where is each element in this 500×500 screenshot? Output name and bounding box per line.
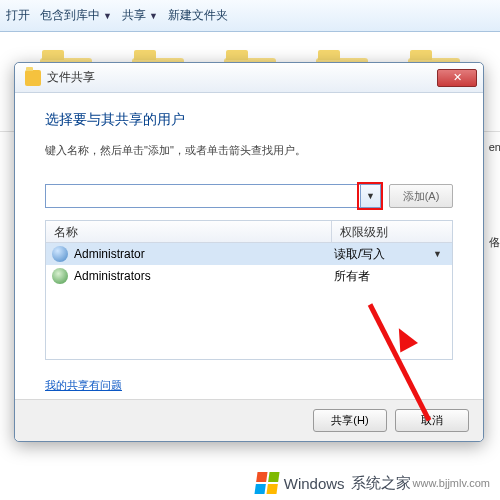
- dialog-heading: 选择要与其共享的用户: [45, 111, 453, 129]
- combobox-dropdown-button[interactable]: ▼: [360, 185, 380, 207]
- user-icon: [52, 246, 68, 262]
- row-username: Administrator: [74, 247, 334, 261]
- column-name[interactable]: 名称: [46, 221, 332, 242]
- watermark-site: 系统之家: [351, 474, 411, 493]
- row-permission[interactable]: 读取/写入 ▼: [334, 246, 446, 263]
- windows-logo-icon: [254, 472, 279, 494]
- group-icon: [52, 268, 68, 284]
- clipped-labels: en 佫: [488, 140, 500, 331]
- chevron-down-icon: ▼: [149, 11, 158, 21]
- chevron-down-icon: ▼: [433, 249, 442, 259]
- user-input[interactable]: [46, 185, 360, 207]
- chevron-down-icon: ▼: [366, 191, 375, 201]
- row-username: Administrators: [74, 269, 334, 283]
- list-row[interactable]: Administrator 读取/写入 ▼: [46, 243, 452, 265]
- row-permission[interactable]: 所有者: [334, 268, 446, 285]
- cancel-button[interactable]: 取消: [395, 409, 469, 432]
- toolbar-open[interactable]: 打开: [6, 7, 30, 24]
- watermark-url: www.bjjmlv.com: [413, 477, 490, 489]
- dialog-title: 文件共享: [47, 69, 437, 86]
- sharing-help-link[interactable]: 我的共享有问题: [45, 378, 122, 393]
- folder-share-icon: [25, 70, 41, 86]
- list-header: 名称 权限级别: [46, 221, 452, 243]
- share-button[interactable]: 共享(H): [313, 409, 387, 432]
- column-permission[interactable]: 权限级别: [332, 221, 452, 242]
- watermark: Windows 系统之家 www.bjjmlv.com: [256, 472, 490, 494]
- toolbar-share[interactable]: 共享▼: [122, 7, 158, 24]
- list-row[interactable]: Administrators 所有者: [46, 265, 452, 287]
- dialog-subtext: 键入名称，然后单击"添加"，或者单击箭头查找用户。: [45, 143, 453, 158]
- dialog-footer: 共享(H) 取消: [15, 399, 483, 441]
- close-button[interactable]: ✕: [437, 69, 477, 87]
- chevron-down-icon: ▼: [103, 11, 112, 21]
- add-button[interactable]: 添加(A): [389, 184, 453, 208]
- toolbar-include-library[interactable]: 包含到库中▼: [40, 7, 112, 24]
- toolbar-new-folder[interactable]: 新建文件夹: [168, 7, 228, 24]
- explorer-toolbar: 打开 包含到库中▼ 共享▼ 新建文件夹: [0, 0, 500, 32]
- share-users-list: 名称 权限级别 Administrator 读取/写入 ▼ Administra…: [45, 220, 453, 360]
- user-combobox[interactable]: ▼: [45, 184, 381, 208]
- dialog-titlebar[interactable]: 文件共享 ✕: [15, 63, 483, 93]
- watermark-brand: Windows: [284, 475, 345, 492]
- file-sharing-dialog: 文件共享 ✕ 选择要与其共享的用户 键入名称，然后单击"添加"，或者单击箭头查找…: [14, 62, 484, 442]
